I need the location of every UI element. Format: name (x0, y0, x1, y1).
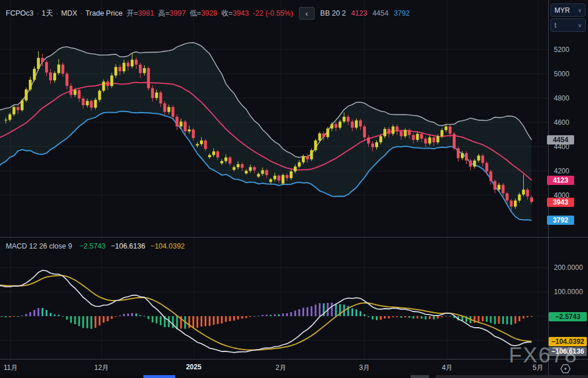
ohlc-value: 3928 (201, 9, 217, 17)
ohlc-value: 3943 (233, 9, 249, 17)
chart-legend: FCPOc3 · 1天 · MDX · Trade Price 开=3981高=… (6, 7, 410, 20)
interval-label: 1天 (42, 9, 53, 18)
chevron-down-icon: ∨ (578, 23, 582, 28)
series-label: Trade Price (86, 9, 123, 17)
macd-tick-label: 100.0000 (554, 288, 583, 296)
macd-title: MACD 12 26 close 9 (6, 242, 72, 250)
ohlc-label: 开= (127, 9, 138, 17)
price-tick-label: 5200 (554, 46, 569, 54)
watermark: FX678 (509, 343, 578, 368)
price-tick-label: 4200 (554, 167, 569, 175)
axis-settings: MYR ∨ t ∨ (550, 3, 586, 34)
bb-value: 3792 (394, 9, 410, 17)
macd-value: −2.5743 (79, 242, 106, 250)
trading-chart-app: FCPOc3 · 1天 · MDX · Trade Price 开=3981高=… (0, 0, 588, 378)
ohlc-label: 高= (158, 9, 169, 17)
chevron-down-icon: ∨ (578, 8, 582, 13)
taskbar-segment (435, 375, 588, 378)
price-tick-label: 5000 (554, 70, 569, 78)
price-tag-4123: 4123 (547, 176, 574, 185)
macd-tag: −2.5743 (549, 312, 587, 321)
chart-canvas[interactable] (0, 0, 588, 378)
taskbar-segment (411, 375, 429, 378)
ohlc-label: 收= (221, 9, 233, 17)
bottom-strip (0, 375, 588, 378)
collapse-legend-button[interactable]: ‹ (299, 7, 315, 20)
macd-tick-label: 200.0000 (554, 264, 583, 272)
bollinger-band (0, 43, 531, 221)
macd-signal-line (0, 276, 531, 350)
ohlc-values: 开=3981高=3997低=3928收=3943 (123, 9, 249, 18)
price-tick-label: 4600 (554, 118, 569, 127)
macd-value: −106.6136 (111, 242, 145, 250)
currency-dropdown[interactable]: MYR ∨ (550, 3, 586, 17)
macd-value: −104.0392 (150, 242, 184, 250)
bb-value: 4454 (372, 9, 389, 17)
ohlc-value: 3997 (169, 9, 186, 17)
price-tick-label: 4800 (554, 94, 569, 102)
time-tick-2025: 2025 (186, 363, 202, 371)
bb-indicator-values: 412344543792 (346, 9, 409, 17)
time-tick-3月: 3月 (359, 363, 370, 373)
ohlc-value: 3981 (138, 9, 154, 17)
change-value: -22 (-0.55%) (253, 9, 293, 17)
bb-value: 4123 (351, 9, 367, 17)
time-tick-12月: 12月 (94, 363, 109, 373)
time-tick-2月: 2月 (276, 363, 287, 373)
time-tick-11月: 11月 (3, 363, 17, 373)
ohlc-label: 低= (190, 9, 201, 17)
price-tag-3943: 3943 (547, 198, 574, 207)
time-tick-4月: 4月 (442, 363, 453, 373)
taskbar-blue-segment[interactable] (143, 375, 175, 378)
exchange-label: MDX (61, 9, 77, 17)
macd-legend: MACD 12 26 close 9 −2.5743−106.6136−104.… (6, 242, 185, 250)
symbol-title: FCPOc3 (6, 9, 34, 17)
price-tag-4454: 4454 (547, 135, 574, 144)
unit-dropdown[interactable]: t ∨ (550, 18, 586, 32)
price-tag-3792: 3792 (547, 216, 574, 225)
bb-indicator-title: BB 20 2 (320, 9, 346, 17)
macd-histogram (0, 270, 532, 353)
